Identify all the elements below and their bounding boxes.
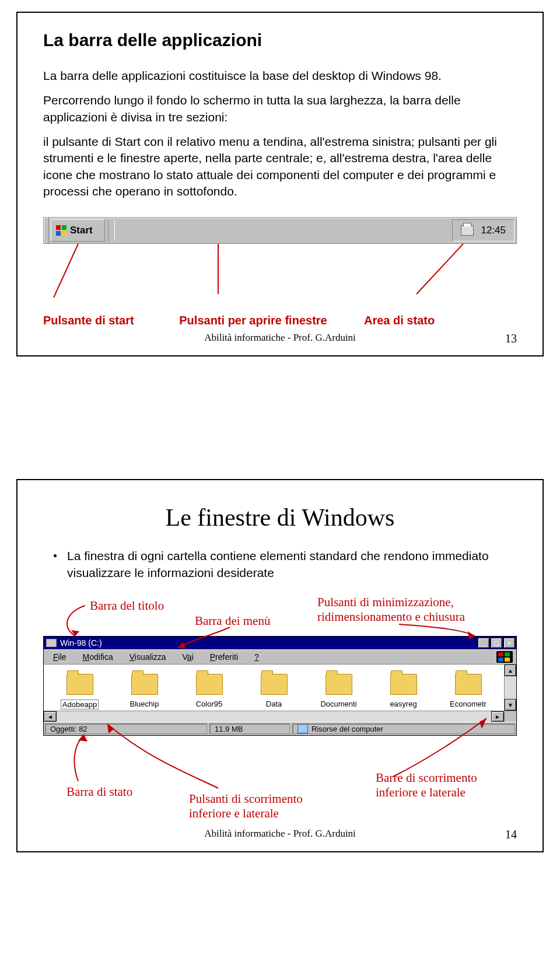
explorer-window: Win-98 (C:) _ □ × File Modifica Visualiz… (43, 636, 517, 736)
folder-item[interactable]: Color95 (181, 674, 237, 709)
status-size: 11.9 MB (209, 723, 290, 734)
slide-taskbar: La barra delle applicazioni La barra del… (16, 12, 544, 356)
folder-label: Adobeapp (61, 700, 99, 709)
clock: 12:45 (481, 225, 506, 236)
vertical-scrollbar[interactable]: ▲ ▼ (504, 665, 516, 711)
printer-icon (461, 225, 474, 236)
slide-windows: Le finestre di Windows La finestra di og… (16, 479, 544, 852)
label-scroll-buttons: Pulsanti di scorrimento inferiore e late… (189, 792, 323, 821)
footer-text: Abilità informatiche - Prof. G.Arduini (204, 332, 356, 344)
scroll-up-button[interactable]: ▲ (505, 665, 516, 676)
footer-text: Abilità informatiche - Prof. G.Arduini (204, 828, 356, 840)
window-titlebar[interactable]: Win-98 (C:) _ □ × (44, 637, 516, 649)
taskbar-separator (108, 220, 115, 241)
menu-item[interactable]: Visualizza (121, 652, 174, 662)
bullet-dot-icon (54, 554, 57, 557)
system-tray[interactable]: 12:45 (452, 219, 514, 242)
folder-label: Econometr (450, 700, 487, 708)
windows-throbber-icon (496, 651, 513, 663)
taskbar-grip (44, 218, 49, 243)
start-button[interactable]: Start (51, 219, 105, 242)
folder-item[interactable]: Econometr (440, 674, 496, 709)
scroll-right-button[interactable]: ► (491, 711, 504, 722)
scroll-left-button[interactable]: ◄ (44, 711, 57, 722)
label-scroll-bars: Barre di scorrimento inferiore e lateral… (376, 771, 510, 800)
folder-item[interactable]: Data (246, 674, 302, 709)
folder-list: Adobeapp Bluechip Color95 Data Documenti (44, 665, 504, 711)
page-number: 13 (505, 332, 517, 345)
label-statusbar: Barra di stato (66, 785, 132, 799)
horizontal-scrollbar[interactable]: ◄ ► (44, 711, 516, 722)
folder-label: Bluechip (130, 700, 159, 708)
paragraph: La barra delle applicazioni costituisce … (43, 68, 517, 84)
folder-icon (261, 674, 288, 695)
bullet-text: La finestra di ogni cartella contiene el… (67, 548, 517, 581)
windows-flag-icon (56, 225, 66, 236)
close-button[interactable]: × (503, 638, 515, 648)
window-menubar: File Modifica Visualizza Vai Preferiti ? (44, 649, 516, 664)
status-objects: Oggetti: 82 (45, 723, 207, 734)
menu-item[interactable]: ? (246, 652, 267, 662)
label-start: Pulsante di start (43, 314, 172, 327)
folder-item[interactable]: Bluechip (117, 674, 173, 709)
scroll-track[interactable] (57, 711, 491, 722)
paragraph: il pulsante di Start con il relativo men… (43, 134, 517, 200)
label-middle: Pulsanti per aprire finestre (172, 314, 335, 327)
taskbar-middle-area (116, 218, 451, 243)
menu-item[interactable]: File (45, 652, 75, 662)
menu-item[interactable]: Preferiti (202, 652, 246, 662)
start-button-label: Start (70, 225, 93, 236)
folder-label: easyreg (390, 700, 416, 708)
window-body: Adobeapp Bluechip Color95 Data Documenti (44, 664, 516, 711)
paragraph: Percorrendo lungo il fondo lo schermo in… (43, 92, 517, 125)
svg-marker-0 (71, 630, 79, 636)
slide-footer: Abilità informatiche - Prof. G.Arduini 1… (43, 828, 517, 840)
scroll-track[interactable] (505, 676, 516, 699)
folder-icon (131, 674, 158, 695)
menu-item[interactable]: Modifica (75, 652, 121, 662)
bullet-item: La finestra di ogni cartella contiene el… (43, 548, 517, 581)
folder-icon (66, 674, 93, 695)
annotations-bottom: Barra di stato Pulsanti di scorrimento i… (43, 736, 517, 823)
folder-label: Color95 (196, 700, 223, 708)
callout-lines (43, 244, 517, 314)
folder-icon (196, 674, 223, 695)
scroll-down-button[interactable]: ▼ (505, 699, 516, 711)
label-tray: Area di stato (364, 314, 517, 327)
minimize-button[interactable]: _ (478, 638, 489, 648)
status-location-text: Risorse del computer (312, 725, 383, 733)
slide-footer: Abilità informatiche - Prof. G.Arduini 1… (43, 332, 517, 344)
computer-icon (298, 724, 308, 733)
menu-item[interactable]: Vai (174, 652, 202, 662)
folder-label: Documenti (320, 700, 356, 708)
annotations-top: Barra del titolo Barra dei menù Pulsanti… (43, 595, 517, 636)
folder-item[interactable]: easyreg (376, 674, 432, 709)
window-statusbar: Oggetti: 82 11.9 MB Risorse del computer (44, 722, 516, 735)
windows-taskbar: Start 12:45 (43, 217, 517, 244)
folder-item[interactable]: Adobeapp (52, 674, 108, 709)
window-title-text: Win-98 (C:) (60, 638, 102, 648)
page-number: 14 (505, 828, 517, 841)
folder-icon (326, 674, 352, 695)
slide-title: Le finestre di Windows (43, 504, 517, 532)
callout-labels: Pulsante di start Pulsanti per aprire fi… (43, 314, 517, 327)
drive-icon (46, 639, 57, 647)
maximize-button[interactable]: □ (491, 638, 502, 648)
folder-icon (455, 674, 482, 695)
window-controls: _ □ × (478, 638, 515, 648)
folder-label: Data (266, 700, 282, 708)
folder-item[interactable]: Documenti (311, 674, 367, 709)
slide-title: La barra delle applicazioni (43, 30, 517, 50)
scroll-corner (504, 711, 516, 722)
folder-icon (390, 674, 417, 695)
